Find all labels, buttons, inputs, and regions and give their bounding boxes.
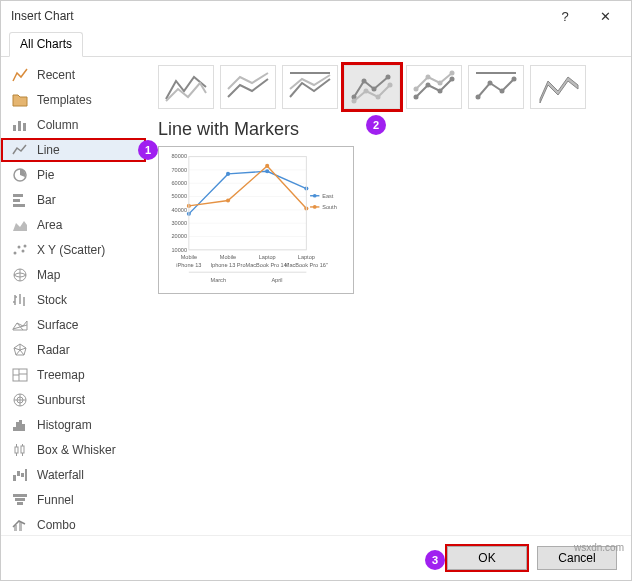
svg-point-32 — [372, 87, 377, 92]
sidebar-item-recent[interactable]: Recent — [1, 63, 146, 87]
map-icon — [11, 267, 29, 283]
svg-point-7 — [14, 252, 17, 255]
svg-point-67 — [226, 172, 230, 176]
svg-point-39 — [426, 83, 431, 88]
sidebar-item-templates[interactable]: Templates — [1, 88, 146, 112]
sidebar-item-label: Bar — [37, 193, 56, 207]
svg-text:MacBook Pro 16": MacBook Pro 16" — [285, 262, 328, 268]
bar-icon — [11, 192, 29, 208]
watermark: wsxdn.com — [574, 542, 624, 553]
sidebar-item-label: Sunburst — [37, 393, 85, 407]
svg-point-8 — [18, 246, 21, 249]
histogram-icon — [11, 417, 29, 433]
main-panel: 2 Line with Markers 10000200003000040000… — [146, 57, 631, 535]
preview-svg: 1000020000300004000050000600007000080000… — [163, 151, 349, 289]
sidebar-item-sunburst[interactable]: Sunburst — [1, 388, 146, 412]
sidebar-item-label: X Y (Scatter) — [37, 243, 105, 257]
help-button[interactable]: ? — [545, 2, 585, 30]
sidebar-item-label: Line — [37, 143, 60, 157]
svg-text:April: April — [271, 277, 282, 283]
sidebar-item-line[interactable]: Line 1 — [1, 138, 146, 162]
svg-text:20000: 20000 — [171, 233, 187, 239]
svg-rect-23 — [21, 473, 24, 477]
svg-text:10000: 10000 — [171, 247, 187, 253]
close-button[interactable]: ✕ — [585, 2, 625, 30]
svg-point-38 — [414, 95, 419, 100]
sidebar-item-label: Pie — [37, 168, 54, 182]
chart-preview[interactable]: 1000020000300004000050000600007000080000… — [158, 146, 354, 294]
sidebar-item-combo[interactable]: Combo — [1, 513, 146, 535]
sidebar-item-area[interactable]: Area — [1, 213, 146, 237]
sidebar-item-bar[interactable]: Bar — [1, 188, 146, 212]
svg-rect-22 — [17, 471, 20, 476]
sidebar-item-column[interactable]: Column — [1, 113, 146, 137]
subtype-100stacked-line[interactable] — [282, 65, 338, 109]
sidebar-item-label: Combo — [37, 518, 76, 532]
svg-point-46 — [476, 95, 481, 100]
svg-rect-0 — [13, 125, 16, 131]
svg-point-9 — [22, 250, 25, 253]
svg-point-35 — [364, 89, 369, 94]
svg-text:Laptop: Laptop — [298, 254, 315, 260]
svg-point-71 — [226, 199, 230, 203]
svg-point-41 — [450, 77, 455, 82]
svg-point-72 — [265, 164, 269, 168]
svg-rect-6 — [13, 204, 25, 207]
chart-subtype-title: Line with Markers — [158, 119, 619, 140]
sidebar-item-surface[interactable]: Surface — [1, 313, 146, 337]
line-icon — [11, 142, 29, 158]
column-icon — [11, 117, 29, 133]
sidebar-item-label: Radar — [37, 343, 70, 357]
sidebar-item-stock[interactable]: Stock — [1, 288, 146, 312]
sidebar-item-histogram[interactable]: Histogram — [1, 413, 146, 437]
sidebar-item-label: Histogram — [37, 418, 92, 432]
svg-rect-25 — [13, 494, 27, 497]
svg-text:60000: 60000 — [171, 180, 187, 186]
subtype-100stacked-line-markers[interactable] — [468, 65, 524, 109]
sidebar-item-pie[interactable]: Pie — [1, 163, 146, 187]
sidebar-item-radar[interactable]: Radar — [1, 338, 146, 362]
subtype-stacked-line[interactable] — [220, 65, 276, 109]
ok-button[interactable]: OK — [447, 546, 527, 570]
sidebar-item-boxwhisker[interactable]: Box & Whisker — [1, 438, 146, 462]
subtype-line-markers[interactable] — [344, 65, 400, 109]
annotation-badge-1: 1 — [138, 140, 158, 160]
surface-icon — [11, 317, 29, 333]
sidebar-item-label: Stock — [37, 293, 67, 307]
svg-point-43 — [426, 75, 431, 80]
sidebar-item-label: Box & Whisker — [37, 443, 116, 457]
svg-rect-5 — [13, 199, 20, 202]
svg-rect-15 — [13, 427, 16, 431]
svg-rect-29 — [19, 522, 22, 531]
svg-point-31 — [362, 79, 367, 84]
svg-text:iPhone 13: iPhone 13 — [176, 262, 201, 268]
subtype-stacked-line-markers[interactable] — [406, 65, 462, 109]
area-icon — [11, 217, 29, 233]
svg-point-40 — [438, 89, 443, 94]
svg-point-10 — [24, 245, 27, 248]
sidebar-item-label: Templates — [37, 93, 92, 107]
sidebar-item-label: Treemap — [37, 368, 85, 382]
sidebar-item-waterfall[interactable]: Waterfall — [1, 463, 146, 487]
sidebar-item-funnel[interactable]: Funnel — [1, 488, 146, 512]
subtype-line[interactable] — [158, 65, 214, 109]
svg-point-33 — [386, 75, 391, 80]
sidebar-item-treemap[interactable]: Treemap — [1, 363, 146, 387]
sidebar-item-label: Map — [37, 268, 60, 282]
radar-icon — [11, 342, 29, 358]
sidebar-item-map[interactable]: Map — [1, 263, 146, 287]
svg-text:East: East — [322, 193, 334, 199]
sidebar-item-label: Column — [37, 118, 78, 132]
svg-point-36 — [376, 95, 381, 100]
subtype-3d-line[interactable] — [530, 65, 586, 109]
svg-rect-19 — [15, 447, 18, 453]
tab-all-charts[interactable]: All Charts — [9, 32, 83, 57]
svg-rect-2 — [23, 123, 26, 131]
svg-rect-17 — [19, 420, 22, 431]
waterfall-icon — [11, 467, 29, 483]
sidebar-item-scatter[interactable]: X Y (Scatter) — [1, 238, 146, 262]
dialog-footer: 3 OK Cancel — [1, 535, 631, 580]
dialog-tabs: All Charts — [1, 31, 631, 57]
svg-point-47 — [488, 81, 493, 86]
svg-point-48 — [500, 89, 505, 94]
